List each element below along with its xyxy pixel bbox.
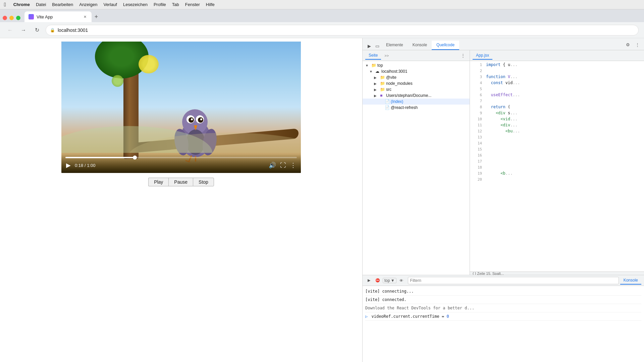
tab-quellcode[interactable]: Quellcode	[432, 41, 459, 50]
menubar-hilfe[interactable]: Hilfe	[206, 2, 215, 7]
folder-icon: 📁	[380, 81, 385, 86]
progress-bar[interactable]	[65, 157, 297, 158]
more-options-button[interactable]: ⋮	[289, 161, 297, 170]
maximize-button[interactable]	[16, 16, 20, 20]
play-button[interactable]: Play	[148, 178, 168, 186]
code-tab-appjsx[interactable]: App.jsx	[473, 52, 492, 60]
fullscreen-button[interactable]: ⛶	[279, 161, 287, 170]
tab-elemente[interactable]: Elemente	[381, 41, 408, 50]
sources-tabs: Seite >> ⋮	[363, 50, 470, 61]
tab-konsole[interactable]: Konsole	[408, 41, 432, 50]
code-line: 5	[470, 86, 644, 93]
code-line: 20	[470, 177, 644, 183]
menubar-tab[interactable]: Tab	[172, 2, 179, 7]
pause-button[interactable]: Pause	[168, 178, 193, 186]
tree-node-modules-label: node_modules	[386, 81, 413, 86]
controls-row: ▶ 0:18 / 1:00 🔊 ⛶ ⋮	[65, 161, 297, 170]
url-bar[interactable]: 🔒 localhost:3001	[46, 25, 639, 36]
close-button[interactable]	[3, 16, 7, 20]
menubar-lesezeichen[interactable]: Lesezeichen	[123, 2, 148, 7]
code-line: 9 <div s...	[470, 111, 644, 117]
code-line: 18	[470, 165, 644, 171]
devtools-device-icon[interactable]: ▭	[373, 42, 381, 50]
console-code-text: videoRef.current.currentTime = 0	[371, 314, 449, 319]
reload-button[interactable]: ↻	[32, 25, 42, 35]
tree-index-label: (Index)	[391, 99, 403, 104]
sources-tab-seite[interactable]: Seite	[365, 52, 381, 60]
code-panel: App.jsx 1 import { u... 2 3	[470, 50, 644, 275]
code-line: 6 useEffect...	[470, 93, 644, 99]
code-line: 11 <div...	[470, 123, 644, 129]
console-msg-connecting: [vite] connecting...	[365, 287, 641, 296]
folder-icon: 📁	[371, 63, 376, 68]
sources-tab-more[interactable]: >>	[382, 52, 391, 59]
arrow-icon: ▼	[365, 64, 370, 67]
tree-react-refresh-label: @react-refresh	[391, 105, 418, 110]
console-msg-code: ▷ videoRef.current.currentTime = 0	[365, 312, 641, 321]
green-blob	[112, 75, 123, 87]
console-arrow-icon: ▷	[365, 314, 368, 319]
new-tab-button[interactable]: +	[92, 12, 101, 21]
console-eye-icon[interactable]: 👁	[398, 277, 405, 284]
progress-dot	[133, 156, 137, 160]
menubar-bearbeiten[interactable]: Bearbeiten	[52, 2, 73, 7]
url-text: localhost:3001	[58, 27, 88, 33]
active-tab[interactable]: Vite App ✕	[24, 11, 92, 22]
chevron-down-icon: ▼	[391, 278, 395, 283]
menubar-chrome[interactable]: Chrome	[13, 2, 30, 7]
file-tree: ▼ 📁 top ▼ ☁ localhost:3001 ▶	[363, 61, 470, 275]
address-bar: ← → ↻ 🔒 localhost:3001	[0, 22, 644, 38]
file-icon: 📄	[385, 99, 389, 104]
stop-button[interactable]: Stop	[193, 178, 214, 186]
apple-menu[interactable]: 	[4, 2, 6, 8]
folder-filled-icon: ■	[380, 93, 385, 98]
forward-button[interactable]: →	[19, 25, 28, 35]
devtools-more-icon[interactable]: ⋮	[633, 41, 641, 49]
chrome-window: Vite App ✕ + ← → ↻ 🔒 localhost:3001	[0, 9, 644, 362]
code-line: 14	[470, 141, 644, 147]
console-top-selector[interactable]: top ▼	[383, 278, 396, 283]
code-line: 2	[470, 68, 644, 74]
tab-bar: Vite App ✕ +	[0, 9, 644, 22]
console-section: ▶ ⛔ top ▼ 👁 Konsole [vite] connecting...…	[363, 275, 644, 362]
video-play-button[interactable]: ▶	[65, 161, 71, 170]
sources-action-icon[interactable]: ⋮	[459, 52, 467, 60]
tree-users[interactable]: ▶ ■ Users/stephan/Docume...	[363, 93, 470, 99]
volume-button[interactable]: 🔊	[268, 161, 277, 170]
sources-panel: Seite >> ⋮ ▼ 📁 top	[363, 50, 470, 275]
tree-host[interactable]: ▼ ☁ localhost:3001	[363, 68, 470, 74]
menubar-anzeigen[interactable]: Anzeigen	[79, 2, 97, 7]
console-msg-devtools: Download the React DevTools for a better…	[365, 304, 641, 312]
console-msg-connected: [vite] connected.	[365, 296, 641, 304]
console-run-icon[interactable]: ▶	[365, 277, 373, 284]
tree-vite[interactable]: ▶ 📁 @vite	[363, 74, 470, 80]
menubar-fenster[interactable]: Fenster	[185, 2, 200, 7]
console-tab-konsole[interactable]: Konsole	[620, 277, 641, 285]
devtools-settings-icon[interactable]: ⚙	[624, 41, 632, 49]
tree-react-refresh[interactable]: 📄 @react-refresh	[363, 105, 470, 111]
arrow-icon: ▶	[374, 94, 379, 98]
tree-node-modules[interactable]: ▶ 📁 node_modules	[363, 80, 470, 86]
tree-vite-label: @vite	[386, 75, 396, 80]
arrow-icon: ▼	[369, 70, 374, 73]
menubar-profile[interactable]: Profile	[154, 2, 166, 7]
tab-favicon	[29, 14, 34, 19]
progress-fill	[65, 157, 135, 158]
tree-root[interactable]: ▼ 📁 top	[363, 62, 470, 68]
minimize-button[interactable]	[9, 16, 14, 20]
code-line: 4 const vid...	[470, 80, 644, 86]
back-button[interactable]: ←	[5, 25, 15, 35]
console-clear-icon[interactable]: ⛔	[374, 277, 381, 284]
console-filter-input[interactable]	[408, 277, 619, 284]
code-line: 16	[470, 153, 644, 159]
sources-actions: ⋮	[459, 52, 467, 60]
menubar-datei[interactable]: Datei	[36, 2, 46, 7]
devtools-inspect-icon[interactable]: ▶	[365, 42, 373, 50]
tree-index[interactable]: 📄 (Index)	[363, 99, 470, 105]
tree-src[interactable]: ▶ 📁 src	[363, 86, 470, 93]
tab-close-button[interactable]: ✕	[82, 14, 88, 19]
menubar-verlauf[interactable]: Verlauf	[103, 2, 117, 7]
video-container: ▶ 0:18 / 1:00 🔊 ⛶ ⋮	[61, 42, 301, 173]
folder-icon: 📁	[380, 75, 385, 80]
browser-content: ▶ 0:18 / 1:00 🔊 ⛶ ⋮	[0, 38, 362, 362]
